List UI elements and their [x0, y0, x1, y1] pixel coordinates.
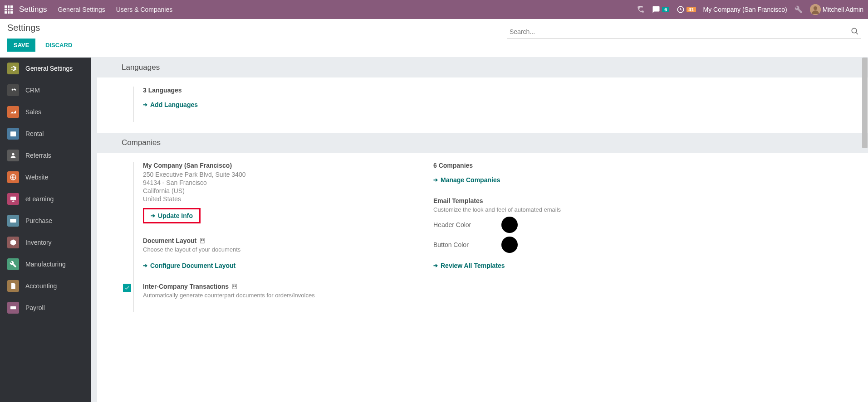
building-icon — [231, 283, 238, 290]
menu-users-companies[interactable]: Users & Companies — [116, 6, 173, 13]
apps-icon[interactable] — [5, 5, 13, 14]
sidebar-item-label: Payroll — [25, 304, 45, 311]
sidebar-item-purchase[interactable]: Purchase — [0, 210, 91, 232]
main-scrollbar[interactable] — [862, 58, 868, 148]
arrow-right-icon: ➔ — [143, 262, 147, 269]
discard-button[interactable]: DISCARD — [41, 39, 77, 52]
arrow-right-icon: ➔ — [143, 102, 147, 108]
svg-rect-11 — [10, 220, 16, 221]
sidebar-item-website[interactable]: Website — [0, 166, 91, 188]
search-icon[interactable] — [851, 27, 859, 37]
box-icon — [7, 237, 19, 248]
sidebar-item-label: Rental — [25, 130, 44, 137]
sidebar-item-accounting[interactable]: Accounting — [0, 275, 91, 297]
building-icon — [199, 237, 206, 244]
topbar: Settings General Settings Users & Compan… — [0, 0, 868, 19]
svg-point-3 — [852, 28, 857, 33]
company-addr2: 94134 - San Francisco — [143, 179, 387, 186]
sidebar-scrollbar[interactable] — [91, 58, 97, 98]
company-addr4: United States — [143, 195, 387, 203]
sidebar-item-label: Purchase — [25, 217, 52, 224]
configure-document-layout-link[interactable]: ➔ Configure Document Layout — [143, 262, 235, 269]
button-color-swatch[interactable] — [501, 237, 518, 253]
voip-icon[interactable] — [637, 5, 645, 14]
review-templates-link[interactable]: ➔ Review All Templates — [433, 262, 505, 269]
manage-companies-link[interactable]: ➔ Manage Companies — [433, 176, 500, 184]
settings-sidebar: General SettingsCRMSalesRentalReferralsW… — [0, 58, 97, 402]
svg-point-7 — [12, 153, 14, 155]
add-languages-link[interactable]: ➔ Add Languages — [143, 101, 198, 108]
section-languages-header: Languages — [97, 58, 868, 77]
wrench-icon — [7, 258, 19, 270]
intercompany-checkbox[interactable] — [123, 284, 131, 292]
sidebar-item-sales[interactable]: Sales — [0, 101, 91, 123]
search-input[interactable] — [507, 25, 861, 39]
card-icon — [7, 215, 19, 227]
button-color-label: Button Color — [433, 241, 483, 248]
sidebar-item-label: CRM — [25, 87, 40, 94]
arrow-right-icon: ➔ — [151, 213, 155, 219]
sidebar-item-label: Inventory — [25, 239, 52, 246]
email-templates-sub: Customize the look and feel of automated… — [433, 206, 678, 213]
companies-count: 6 Companies — [433, 162, 678, 169]
document-layout-title: Document Layout — [143, 237, 387, 244]
messages-icon[interactable]: 6 — [652, 5, 669, 14]
sidebar-item-label: eLearning — [25, 195, 54, 203]
globe-icon — [7, 171, 19, 183]
sidebar-item-label: Manufacturing — [25, 261, 66, 268]
user-name: Mitchell Admin — [823, 6, 863, 13]
sidebar-item-manufacturing[interactable]: Manufacturing — [0, 253, 91, 275]
arrow-right-icon: ➔ — [433, 262, 438, 269]
sidebar-item-elearning[interactable]: eLearning — [0, 188, 91, 210]
sidebar-item-crm[interactable]: CRM — [0, 79, 91, 101]
messages-badge: 6 — [662, 7, 669, 12]
sidebar-item-label: Referrals — [25, 152, 51, 159]
company-selector[interactable]: My Company (San Francisco) — [703, 6, 787, 13]
sidebar-item-label: General Settings — [25, 65, 73, 72]
brand[interactable]: Settings — [19, 5, 47, 14]
doc-icon — [7, 280, 19, 292]
svg-point-13 — [12, 307, 14, 308]
email-templates-title: Email Templates — [433, 197, 678, 204]
svg-rect-19 — [233, 284, 236, 289]
sidebar-item-label: Sales — [25, 108, 41, 116]
gear-icon — [7, 63, 19, 74]
update-info-link[interactable]: ➔ Update Info — [151, 212, 193, 219]
user-menu[interactable]: Mitchell Admin — [810, 4, 863, 15]
header-color-swatch[interactable] — [501, 217, 518, 233]
svg-rect-22 — [234, 286, 234, 286]
intercompany-sub: Automatically generate counterpart docum… — [143, 292, 387, 299]
svg-rect-15 — [201, 239, 202, 240]
activities-icon[interactable]: 41 — [677, 5, 696, 14]
svg-rect-16 — [203, 239, 203, 240]
control-panel: Settings SAVE DISCARD — [0, 19, 868, 58]
svg-rect-18 — [203, 240, 203, 241]
header-color-label: Header Color — [433, 221, 483, 228]
arrow-right-icon: ➔ — [433, 177, 438, 183]
company-addr1: 250 Executive Park Blvd, Suite 3400 — [143, 171, 387, 178]
debug-icon[interactable] — [794, 5, 803, 14]
svg-point-2 — [814, 6, 817, 10]
update-info-highlight: ➔ Update Info — [143, 208, 201, 223]
sidebar-item-payroll[interactable]: Payroll — [0, 297, 91, 319]
sidebar-item-referrals[interactable]: Referrals — [0, 145, 91, 166]
svg-rect-14 — [201, 238, 204, 243]
menu-general-settings[interactable]: General Settings — [58, 6, 105, 13]
svg-rect-20 — [234, 285, 234, 286]
sidebar-item-general-settings[interactable]: General Settings — [0, 58, 91, 79]
sidebar-item-label: Accounting — [25, 282, 57, 290]
save-button[interactable]: SAVE — [7, 39, 35, 52]
svg-rect-6 — [10, 131, 16, 133]
sidebar-item-inventory[interactable]: Inventory — [0, 232, 91, 253]
svg-rect-17 — [201, 240, 202, 241]
intercompany-title: Inter-Company Transactions — [143, 283, 387, 290]
settings-content: Languages 3 Languages ➔ Add Languages Co… — [97, 58, 868, 402]
section-companies-header: Companies — [97, 133, 868, 153]
sidebar-item-rental[interactable]: Rental — [0, 123, 91, 145]
page-title: Settings — [7, 23, 77, 33]
calendar-icon — [7, 128, 19, 140]
languages-count: 3 Languages — [143, 87, 387, 94]
document-layout-sub: Choose the layout of your documents — [143, 246, 387, 253]
sidebar-item-label: Website — [25, 174, 48, 181]
svg-rect-23 — [235, 286, 235, 286]
